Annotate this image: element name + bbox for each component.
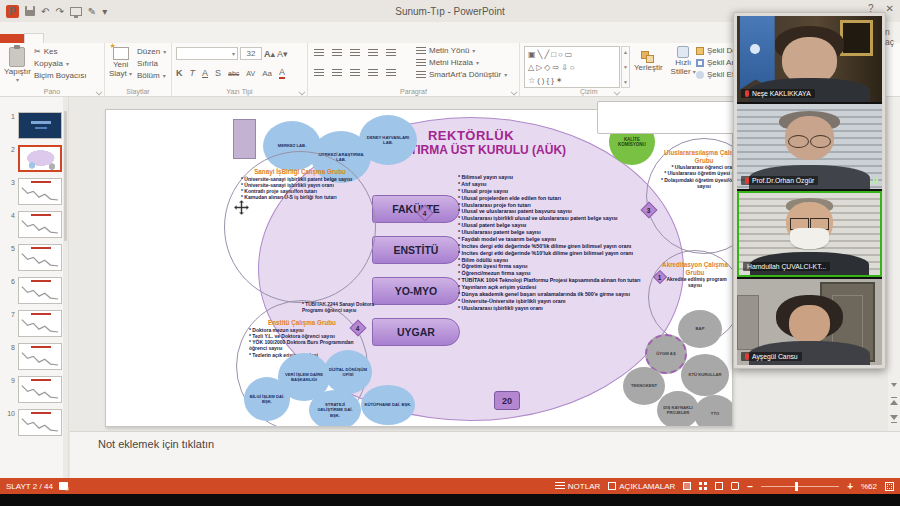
ribbon-tab[interactable]: [134, 34, 152, 43]
kpi-total-badge[interactable]: 20: [494, 391, 520, 410]
strikethrough-button[interactable]: abc: [228, 70, 239, 77]
shadow-button[interactable]: S: [215, 68, 221, 78]
ribbon-tab[interactable]: [24, 33, 44, 43]
unit-circle[interactable]: DİJİTAL DÖNÜŞÜM OFİSİ: [324, 350, 372, 394]
ribbon-tab[interactable]: [152, 34, 170, 43]
ribbon-tab[interactable]: [62, 34, 80, 43]
bold-button[interactable]: K: [176, 68, 183, 78]
align-text-button[interactable]: Metni Hizala▾: [416, 58, 507, 67]
shapes-gallery[interactable]: ▣╲╱□○▭ △▷◇⇨⇩○ ☆(){}✶: [524, 46, 620, 88]
slide-editing-area[interactable]: REKTÖRLÜK ARAŞTIRMA ÜST KURULU (AÜK) MER…: [105, 109, 733, 427]
close-icon[interactable]: ✕: [886, 3, 894, 14]
notes-pane[interactable]: Not eklemek için tıklatın: [70, 431, 900, 478]
org-unit-shape[interactable]: UYGAR: [372, 318, 460, 346]
slide-thumbnail[interactable]: 4: [0, 208, 68, 241]
line-spacing-icon[interactable]: [386, 49, 396, 57]
slide-thumbnail[interactable]: 2: [0, 142, 68, 175]
unit-circle[interactable]: DENEY HAYVANLARI LAB.: [359, 115, 417, 165]
save-icon[interactable]: [25, 6, 35, 16]
slideshow-view-button[interactable]: [731, 482, 739, 490]
participant-tile[interactable]: Neşe KAKLIKKAYA: [737, 16, 882, 102]
ribbon-tab[interactable]: [80, 34, 98, 43]
columns-icon[interactable]: [386, 69, 396, 77]
org-unit-shape[interactable]: FAKÜLTE: [372, 195, 460, 223]
font-size-input[interactable]: 32: [240, 47, 262, 60]
shapes-gallery-scroll[interactable]: ▲▼▼: [621, 46, 630, 88]
participant-tile[interactable]: Ayşegül Cansu: [737, 279, 882, 365]
slide-thumbnail[interactable]: 10: [0, 406, 68, 439]
floating-textbox[interactable]: [597, 101, 742, 134]
kpi-bullet-list[interactable]: * Bilimsel yayın sayısı* Atıf sayısı* Ul…: [458, 174, 654, 312]
slide-thumbnail[interactable]: 3: [0, 175, 68, 208]
shrink-font-icon[interactable]: A▾: [277, 49, 288, 59]
org-unit-shape[interactable]: ENSTİTÜ: [372, 236, 460, 264]
signin-link-partial[interactable]: n aç: [885, 27, 900, 47]
unit-circle[interactable]: TEKNOKENT: [623, 367, 665, 405]
copy-button[interactable]: Kopyala▾: [34, 59, 86, 68]
comments-toggle-button[interactable]: AÇIKLAMALAR: [608, 482, 675, 491]
unit-circle[interactable]: BAP: [678, 310, 722, 348]
redo-icon[interactable]: ↷: [55, 6, 63, 17]
zoom-in-button[interactable]: +: [847, 481, 853, 492]
unit-circle[interactable]: KTÜ KURULLAR: [681, 354, 729, 396]
section-button[interactable]: Bölüm▾: [137, 71, 166, 80]
previous-slide-icon[interactable]: [890, 397, 898, 407]
italic-button[interactable]: T: [190, 68, 196, 78]
scroll-down-icon[interactable]: [891, 383, 897, 387]
zoom-slider[interactable]: [761, 486, 839, 487]
zoom-slider-thumb[interactable]: [795, 482, 798, 491]
font-color-button[interactable]: A: [279, 67, 285, 79]
spell-check-icon[interactable]: [59, 482, 68, 490]
decor-rectangle-shape[interactable]: [233, 119, 256, 159]
slide-thumbnail[interactable]: 5: [0, 241, 68, 274]
font-name-input[interactable]: ▾: [176, 47, 238, 60]
unit-circle[interactable]: DIŞ KAYNAKLI PROJELER: [657, 391, 699, 427]
qat-customize-icon[interactable]: ▾: [102, 6, 107, 17]
participant-tile[interactable]: Hamdullah ÇUVALCI-KT...: [737, 191, 882, 277]
next-slide-icon[interactable]: [890, 413, 898, 423]
align-left-icon[interactable]: [314, 69, 324, 77]
format-painter-button[interactable]: Biçim Boyacısı: [34, 71, 86, 80]
unit-circle[interactable]: TTO: [694, 395, 733, 427]
working-group-industry[interactable]: Sanayi İşBirliği Çalışma Grubu * Ünivers…: [224, 151, 376, 303]
fit-slide-to-window-button[interactable]: [885, 482, 894, 491]
decrease-indent-icon[interactable]: [350, 49, 360, 57]
thumbnail-scrollbar[interactable]: [63, 97, 68, 478]
unit-circle[interactable]: KÜTÜPHANE DAİ. BŞK.: [361, 385, 415, 425]
slide-thumbnail[interactable]: 7: [0, 307, 68, 340]
notes-toggle-button[interactable]: NOTLAR: [555, 482, 600, 491]
zoom-level[interactable]: %62: [861, 482, 877, 491]
slide-thumbnail[interactable]: 1: [0, 109, 68, 142]
video-conference-panel[interactable]: Neşe KAKLIKKAYA Prof: [733, 12, 886, 369]
start-slideshow-icon[interactable]: [70, 7, 82, 16]
unit-circle[interactable]: STRATEJİ GELİŞTİRME DAİ. BŞK.: [309, 390, 361, 427]
convert-smartart-button[interactable]: SmartArt'a Dönüştür▾: [416, 70, 507, 79]
bullets-icon[interactable]: [314, 49, 324, 57]
ribbon-tab[interactable]: [0, 34, 24, 43]
participant-tile[interactable]: Prof.Dr.Orhan Özgür: [737, 104, 882, 190]
slide-sorter-view-button[interactable]: [699, 482, 707, 490]
align-center-icon[interactable]: [332, 69, 342, 77]
change-case-button[interactable]: Aa: [262, 69, 272, 78]
vertical-scrollbar[interactable]: [888, 97, 900, 431]
text-direction-button[interactable]: Metin Yönü▾: [416, 46, 507, 55]
org-unit-shape[interactable]: YO-MYO: [372, 277, 460, 305]
character-spacing-button[interactable]: AV: [246, 70, 255, 77]
numbering-icon[interactable]: [332, 49, 342, 57]
quick-styles-button[interactable]: Hızlı Stiller ▾: [671, 46, 696, 76]
arrange-button[interactable]: Yerleştir: [634, 46, 663, 76]
ribbon-tab[interactable]: [44, 34, 62, 43]
paste-button[interactable]: Yapıştır▾: [4, 47, 31, 83]
normal-view-button[interactable]: [683, 482, 691, 490]
new-slide-button[interactable]: Yeni Slayt ▾: [109, 47, 132, 78]
powerpoint-logo-icon[interactable]: P: [6, 5, 19, 18]
ribbon-tab[interactable]: [116, 34, 134, 43]
slide-thumbnail[interactable]: 6: [0, 274, 68, 307]
layout-button[interactable]: Düzen▾: [137, 47, 166, 56]
pen-icon[interactable]: ✎: [88, 6, 96, 17]
slide-thumbnail[interactable]: 9: [0, 373, 68, 406]
increase-indent-icon[interactable]: [368, 49, 378, 57]
undo-icon[interactable]: ↶: [41, 6, 49, 17]
reading-view-button[interactable]: [715, 482, 723, 490]
justify-icon[interactable]: [368, 69, 378, 77]
